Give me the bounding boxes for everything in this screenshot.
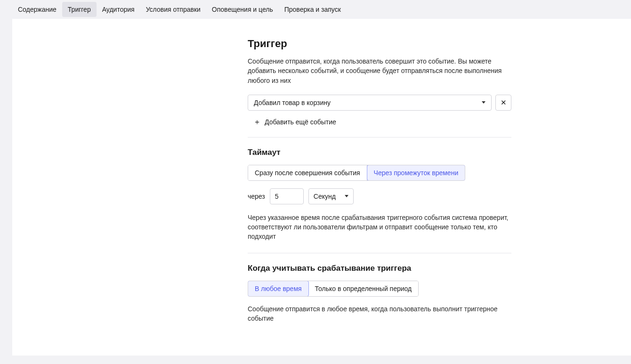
add-event-button[interactable]: ＋ Добавить ещё событие: [248, 117, 511, 137]
tab-conditions[interactable]: Условия отправки: [140, 2, 206, 17]
remove-event-button[interactable]: ✕: [495, 95, 511, 111]
when-segment-group: В любое время Только в определенный пери…: [248, 281, 419, 297]
trigger-description: Сообщение отправится, когда пользователь…: [248, 57, 511, 85]
timeout-unit-select[interactable]: Секунд: [308, 188, 354, 204]
timeout-after-label: через: [248, 193, 265, 200]
when-help: Сообщение отправится в любое время, когд…: [248, 304, 511, 324]
add-event-label: Добавить ещё событие: [265, 118, 336, 126]
divider: [248, 253, 511, 253]
tab-review-launch[interactable]: Проверка и запуск: [279, 2, 347, 17]
chevron-down-icon: [345, 195, 348, 197]
tab-alerts-goal[interactable]: Оповещения и цель: [206, 2, 279, 17]
tabs-bar: Содержание Триггер Аудитория Условия отп…: [0, 0, 631, 19]
when-option-period[interactable]: Только в определенный период: [308, 281, 419, 296]
timeout-option-immediate[interactable]: Сразу после совершения события: [248, 165, 367, 180]
tab-audience[interactable]: Аудитория: [97, 2, 140, 17]
content: Триггер Сообщение отправится, когда поль…: [248, 38, 511, 323]
event-select-row: Добавил товар в корзину ✕: [248, 95, 511, 111]
timeout-unit-label: Секунд: [314, 193, 336, 200]
timeout-help: Через указанное время после срабатывания…: [248, 213, 511, 242]
plus-icon: ＋: [253, 118, 261, 126]
page-body: Триггер Сообщение отправится, когда поль…: [12, 19, 631, 356]
tab-content[interactable]: Содержание: [12, 2, 62, 17]
chevron-down-icon: [482, 101, 485, 104]
tab-trigger[interactable]: Триггер: [62, 2, 97, 17]
close-icon: ✕: [501, 99, 507, 106]
event-select[interactable]: Добавил товар в корзину: [248, 95, 492, 111]
event-select-label: Добавил товар в корзину: [254, 99, 331, 106]
when-option-any[interactable]: В любое время: [248, 281, 309, 297]
trigger-title: Триггер: [248, 38, 511, 50]
timeout-segment-group: Сразу после совершения события Через про…: [248, 165, 465, 181]
timeout-option-delay[interactable]: Через промежуток времени: [367, 165, 466, 181]
timeout-value-input[interactable]: [270, 188, 304, 204]
divider: [248, 137, 511, 138]
timeout-title: Таймаут: [248, 148, 511, 157]
when-title: Когда учитывать срабатывание триггера: [248, 264, 511, 273]
timeout-row: через Секунд: [248, 188, 511, 204]
